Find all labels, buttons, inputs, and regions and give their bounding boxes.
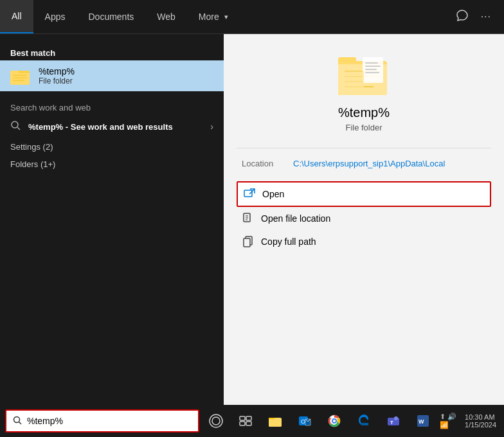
taskbar: %temp% xyxy=(0,405,504,437)
ellipsis-icon: ··· xyxy=(481,11,491,22)
svg-rect-19 xyxy=(365,62,378,64)
svg-text:T: T xyxy=(390,420,393,425)
folder-svg xyxy=(10,67,31,85)
location-row: Location C:\Users\erpsupport_sip1\AppDat… xyxy=(237,159,491,168)
feedback-button[interactable] xyxy=(451,6,473,28)
svg-point-8 xyxy=(12,121,18,128)
folder-large-icon xyxy=(338,53,390,95)
task-view-button[interactable] xyxy=(231,407,260,435)
tab-web[interactable]: Web xyxy=(145,0,187,33)
taskbar-search-text: %temp% xyxy=(27,416,192,426)
search-work-text: %temp% - See work and web results xyxy=(28,122,210,132)
left-panel: Best match %temp% File folder xyxy=(0,34,224,405)
more-options-button[interactable]: ··· xyxy=(476,7,496,26)
taskbar-search-box[interactable]: %temp% xyxy=(5,409,199,433)
main-container: Best match %temp% File folder xyxy=(0,34,504,405)
file-explorer-button[interactable] xyxy=(261,407,289,435)
svg-rect-42 xyxy=(269,419,282,427)
search-suffix: - See work and web results xyxy=(63,122,173,132)
svg-rect-31 xyxy=(244,238,250,247)
teams-button[interactable]: T xyxy=(379,407,408,435)
taskbar-search-icon xyxy=(13,416,22,427)
chrome-button[interactable] xyxy=(320,407,348,435)
tab-documents-label: Documents xyxy=(88,12,134,22)
best-match-item[interactable]: %temp% File folder xyxy=(0,60,224,91)
svg-rect-3 xyxy=(10,71,18,73)
svg-point-35 xyxy=(212,417,220,425)
open-label: Open xyxy=(262,189,284,199)
top-nav: All Apps Documents Web More ▾ ··· xyxy=(0,0,504,34)
result-subtitle: File folder xyxy=(345,123,382,132)
open-button[interactable]: Open xyxy=(237,181,491,207)
tab-more-label: More xyxy=(199,12,219,22)
folder-icon-small xyxy=(10,66,31,86)
location-value[interactable]: C:\Users\erpsupport_sip1\AppData\Local xyxy=(293,159,445,168)
open-icon xyxy=(243,188,256,201)
nav-right-actions: ··· xyxy=(451,6,504,28)
chevron-down-icon: ▾ xyxy=(224,13,228,21)
svg-rect-37 xyxy=(246,416,251,420)
right-panel: %temp% File folder Location C:\Users\erp… xyxy=(224,34,504,405)
svg-rect-36 xyxy=(240,416,245,420)
svg-point-32 xyxy=(14,416,20,422)
start-button[interactable] xyxy=(202,407,230,435)
best-match-text: %temp% File folder xyxy=(39,66,213,85)
system-tray: ⬆ 🔊 📶 10:30 AM1/15/2024 xyxy=(440,413,499,429)
copy-icon xyxy=(242,235,255,248)
tab-web-label: Web xyxy=(157,12,176,22)
tray-icons: ⬆ 🔊 📶 xyxy=(440,413,458,429)
svg-rect-23 xyxy=(338,71,364,95)
svg-point-54 xyxy=(394,416,398,420)
svg-point-34 xyxy=(210,415,222,427)
tab-all[interactable]: All xyxy=(0,0,33,33)
tab-documents[interactable]: Documents xyxy=(76,0,145,33)
search-icon xyxy=(10,120,21,133)
svg-rect-21 xyxy=(365,69,377,70)
location-label: Location xyxy=(242,159,293,168)
svg-text:W: W xyxy=(419,418,424,425)
edge-button[interactable] xyxy=(350,407,378,435)
clock: 10:30 AM1/15/2024 xyxy=(465,413,496,429)
copy-full-path-label: Copy full path xyxy=(261,236,316,247)
svg-rect-20 xyxy=(365,66,381,67)
svg-rect-38 xyxy=(240,422,245,425)
best-match-type: File folder xyxy=(39,76,213,85)
settings-item[interactable]: Settings (2) xyxy=(0,138,224,156)
svg-point-51 xyxy=(333,420,336,422)
svg-rect-2 xyxy=(10,72,30,85)
tab-apps-label: Apps xyxy=(45,12,66,22)
search-work-header: Search work and web xyxy=(0,99,224,115)
svg-text:O: O xyxy=(301,418,305,425)
tab-more[interactable]: More ▾ xyxy=(187,0,240,33)
folders-item[interactable]: Folders (1+) xyxy=(0,156,224,173)
best-match-header: Best match xyxy=(0,44,224,60)
svg-rect-22 xyxy=(365,72,379,73)
tab-apps[interactable]: Apps xyxy=(33,0,77,33)
feedback-icon xyxy=(456,10,468,21)
tab-all-label: All xyxy=(12,11,22,21)
outlook-button[interactable]: O xyxy=(291,407,319,435)
result-title: %temp% xyxy=(338,105,390,120)
divider xyxy=(237,148,491,148)
best-match-name: %temp% xyxy=(39,66,213,76)
taskbar-icons: O xyxy=(202,407,437,435)
open-file-location-button[interactable]: Open file location xyxy=(237,207,491,230)
svg-line-33 xyxy=(19,422,22,424)
open-file-location-label: Open file location xyxy=(261,213,330,224)
svg-rect-39 xyxy=(246,422,251,425)
svg-line-9 xyxy=(17,127,20,130)
svg-rect-24 xyxy=(244,190,252,197)
copy-full-path-button[interactable]: Copy full path xyxy=(237,230,491,253)
svg-rect-4 xyxy=(19,72,30,73)
chevron-right-icon: › xyxy=(210,121,213,132)
search-query: %temp% xyxy=(28,122,63,132)
action-list: Open Open file location xyxy=(237,181,491,253)
word-button[interactable]: W xyxy=(409,407,437,435)
search-work-item[interactable]: %temp% - See work and web results › xyxy=(0,115,224,138)
file-location-icon xyxy=(242,212,255,225)
